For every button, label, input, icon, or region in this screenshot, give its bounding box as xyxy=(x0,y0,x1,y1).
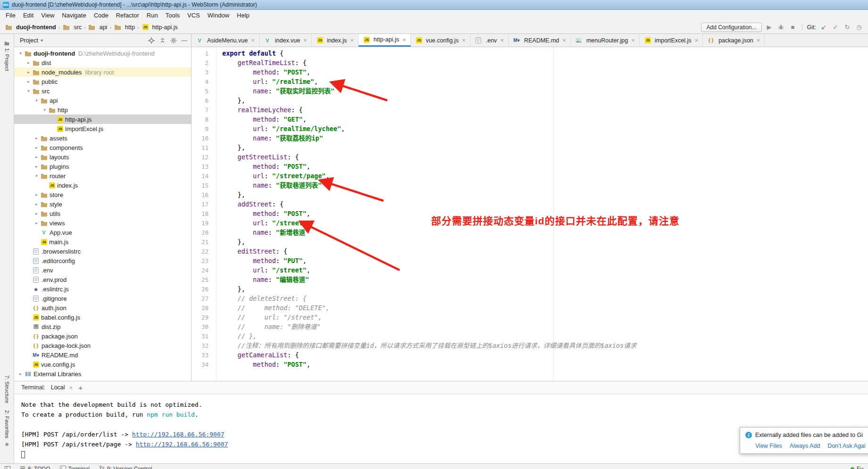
chevron-closed-icon[interactable]: ▸ xyxy=(33,192,40,197)
tab-vue-config-js[interactable]: JSvue.config.js× xyxy=(411,34,470,47)
line-number[interactable]: 14 xyxy=(192,172,209,181)
statusbar-terminal[interactable]: Terminal xyxy=(60,466,90,469)
menu-tools[interactable]: Tools xyxy=(162,11,184,20)
line-number[interactable]: 13 xyxy=(192,162,209,172)
line-number[interactable]: 17 xyxy=(192,200,209,209)
tree-item-store[interactable]: ▸store xyxy=(14,190,191,199)
line-number[interactable]: 31 xyxy=(192,332,209,341)
tree-item-auth-json[interactable]: { }auth.json xyxy=(14,303,191,313)
line-number[interactable]: 16 xyxy=(192,190,209,200)
line-number[interactable]: 6 xyxy=(192,96,209,106)
line-number[interactable]: 33 xyxy=(192,351,209,360)
line-number[interactable]: 3 xyxy=(192,68,209,77)
tree-item-external-libraries[interactable]: ▸External Libraries xyxy=(14,369,191,378)
run-icon[interactable]: ▶ xyxy=(765,24,774,31)
chevron-down-icon[interactable]: ▾ xyxy=(41,38,43,43)
stop-icon[interactable]: ■ xyxy=(789,24,797,31)
tree-item-utils[interactable]: ▸utils xyxy=(14,209,191,218)
tree-item-api[interactable]: ▾api xyxy=(14,96,191,105)
line-number[interactable]: 26 xyxy=(192,285,209,294)
chevron-closed-icon[interactable]: ▸ xyxy=(33,211,40,216)
menu-file[interactable]: File xyxy=(2,11,19,20)
tree-item-dist[interactable]: ▸dist xyxy=(14,58,191,67)
chevron-closed-icon[interactable]: ▸ xyxy=(33,155,40,159)
code-editor[interactable]: 1export default {2 getRealTimeList: {3 m… xyxy=(192,47,868,381)
close-icon[interactable]: × xyxy=(562,37,566,44)
menu-vcs[interactable]: VCS xyxy=(184,11,204,20)
tree-item-public[interactable]: ▸public xyxy=(14,77,191,86)
close-icon[interactable]: × xyxy=(69,384,73,391)
chevron-closed-icon[interactable]: ▸ xyxy=(33,221,40,225)
line-number[interactable]: 12 xyxy=(192,153,209,162)
tree-item-eslintrc-js[interactable]: ◆.eslintrc.js xyxy=(14,284,191,294)
tree-item-env[interactable]: .env xyxy=(14,265,191,275)
tree-item-package-json[interactable]: { }package.json xyxy=(14,331,191,341)
statusbar-6-todo[interactable]: 6: TODO xyxy=(20,466,50,469)
breadcrumb-api[interactable]: api xyxy=(88,24,108,31)
tree-item-node-modules[interactable]: ▸node_moduleslibrary root xyxy=(14,67,191,77)
tree-item-app-vue[interactable]: VApp.vue xyxy=(14,228,191,237)
line-number[interactable]: 29 xyxy=(192,313,209,322)
chevron-closed-icon[interactable]: ▸ xyxy=(17,371,24,376)
breadcrumb-http-api-js[interactable]: JShttp-api.js xyxy=(142,24,178,31)
tab-http-api-js[interactable]: JShttp-api.js× xyxy=(359,34,411,47)
project-panel-title[interactable]: Project xyxy=(20,37,38,44)
notification-action-always-add[interactable]: Always Add xyxy=(790,443,820,449)
tree-item-duoji-frontend[interactable]: ▾duoji-frontendD:\zheheWeb\duoji-fronten… xyxy=(14,49,191,58)
chevron-closed-icon[interactable]: ▸ xyxy=(25,60,32,65)
chevron-open-icon[interactable]: ▾ xyxy=(17,51,24,56)
tree-item-readme-md[interactable]: M▾README.md xyxy=(14,350,191,360)
collapse-all-icon[interactable] xyxy=(159,37,166,43)
line-number[interactable]: 15 xyxy=(192,181,209,190)
close-icon[interactable]: × xyxy=(303,37,307,44)
tree-item-assets[interactable]: ▸assets xyxy=(14,133,191,143)
tree-item-importexcel-js[interactable]: JSimportExcel.js xyxy=(14,124,191,133)
tree-item-babel-config-js[interactable]: JSbabel.config.js xyxy=(14,313,191,322)
debug-icon[interactable] xyxy=(777,24,785,30)
tree-item-dist-zip[interactable]: dist.zip xyxy=(14,322,191,331)
tree-item-layouts[interactable]: ▸layouts xyxy=(14,152,191,162)
statusbar-right[interactable]: Ev xyxy=(851,466,863,469)
chevron-closed-icon[interactable]: ▸ xyxy=(33,145,40,150)
close-icon[interactable]: × xyxy=(350,37,354,44)
line-number[interactable]: 1 xyxy=(192,49,209,58)
tree-item-env-prod[interactable]: .env.prod xyxy=(14,275,191,284)
settings-gear-icon[interactable] xyxy=(170,37,177,44)
menu-run[interactable]: Run xyxy=(143,11,162,20)
tree-item-components[interactable]: ▸components xyxy=(14,143,191,152)
tree-item-plugins[interactable]: ▸plugins xyxy=(14,162,191,171)
tab-package-json[interactable]: { }package.json× xyxy=(703,34,765,47)
commit-icon[interactable]: ✓ xyxy=(831,24,840,31)
line-number[interactable]: 11 xyxy=(192,143,209,153)
menu-code[interactable]: Code xyxy=(90,11,112,20)
hide-panel-icon[interactable]: — xyxy=(182,37,188,44)
line-number[interactable]: 22 xyxy=(192,247,209,256)
menu-window[interactable]: Window xyxy=(204,11,233,20)
line-number[interactable]: 25 xyxy=(192,275,209,285)
tool-window-switcher-icon[interactable] xyxy=(5,466,10,469)
line-number[interactable]: 10 xyxy=(192,134,209,143)
chevron-open-icon[interactable]: ▾ xyxy=(33,173,40,178)
tree-item-views[interactable]: ▸views xyxy=(14,218,191,228)
tree-item-browserslistrc[interactable]: .browserslistrc xyxy=(14,247,191,256)
chevron-closed-icon[interactable]: ▸ xyxy=(33,136,40,140)
tree-item-router[interactable]: ▾router xyxy=(14,171,191,181)
update-project-icon[interactable]: ↙ xyxy=(819,24,828,31)
line-number[interactable]: 21 xyxy=(192,238,209,247)
close-icon[interactable]: × xyxy=(631,37,635,44)
chevron-open-icon[interactable]: ▾ xyxy=(33,98,40,103)
line-number[interactable]: 8 xyxy=(192,115,209,124)
chevron-closed-icon[interactable]: ▸ xyxy=(25,70,32,74)
tool-window-project-button[interactable]: 1: Project xyxy=(4,38,10,74)
tree-item-index-js[interactable]: JSindex.js xyxy=(14,181,191,190)
chevron-open-icon[interactable]: ▾ xyxy=(41,107,48,112)
line-number[interactable]: 5 xyxy=(192,87,209,96)
line-number[interactable]: 24 xyxy=(192,266,209,275)
line-number[interactable]: 18 xyxy=(192,209,209,219)
tab-index-js[interactable]: JSindex.js× xyxy=(312,34,359,47)
chevron-closed-icon[interactable]: ▸ xyxy=(25,79,32,84)
notification-action-don-t-ask-agai[interactable]: Don't Ask Agai xyxy=(827,443,865,449)
tab-env[interactable]: .env× xyxy=(470,34,509,47)
line-number[interactable]: 28 xyxy=(192,304,209,313)
line-number[interactable]: 20 xyxy=(192,228,209,238)
